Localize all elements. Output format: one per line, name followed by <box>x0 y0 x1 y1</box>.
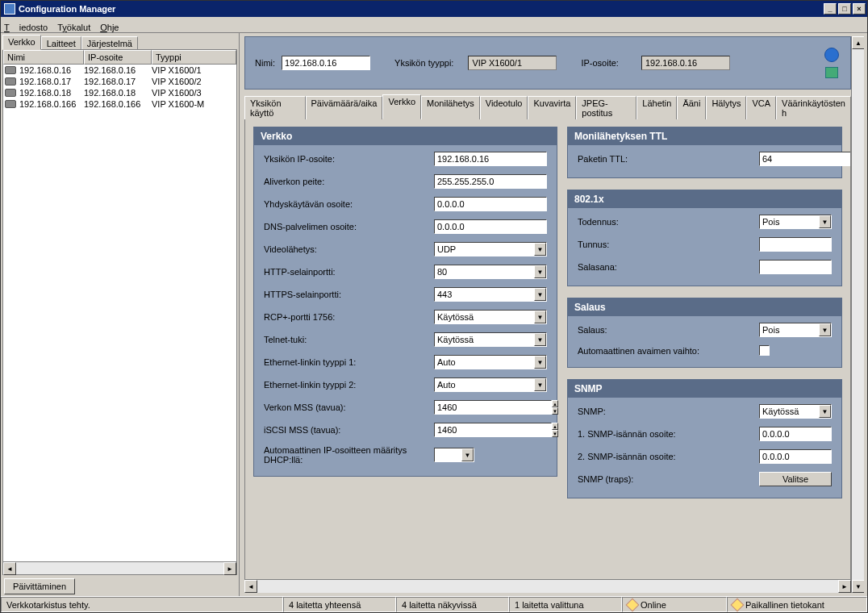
menu-help[interactable]: Ohje <box>100 23 119 32</box>
sel-snmp[interactable]: Käytössä▼ <box>759 404 832 419</box>
lbl-iscsi: iSCSI MSS (tavua): <box>264 425 434 435</box>
spin-iscsi[interactable]: ▲▼ <box>434 423 547 437</box>
list-item[interactable]: 192.168.0.16 192.168.0.16 VIP X1600/1 <box>3 65 236 76</box>
tab-multicast[interactable]: Monilähetys <box>421 96 480 119</box>
spin-ttl[interactable]: ▲▼ <box>759 152 832 166</box>
list-hscrollbar[interactable]: ◄ ► <box>3 561 236 574</box>
inp-id[interactable] <box>759 237 832 252</box>
chevron-down-icon: ▼ <box>819 405 831 418</box>
panel-snmp-title: SNMP <box>568 380 841 398</box>
list-item[interactable]: 192.168.0.18 192.168.0.18 VIP X1600/3 <box>3 87 236 98</box>
inp-snmp-host2[interactable] <box>759 449 832 464</box>
status-selected: 1 laitetta valittuna <box>509 597 622 612</box>
device-icon <box>5 66 16 74</box>
scroll-right-icon[interactable]: ► <box>838 580 851 593</box>
ltab-devices[interactable]: Laitteet <box>41 36 81 50</box>
close-button[interactable]: × <box>853 3 866 15</box>
lbl-dhcp: Automaattinen IP-osoitteen määritys DHCP… <box>264 445 434 465</box>
sel-http[interactable]: 80▼ <box>434 265 547 279</box>
inp-unit-ip[interactable] <box>434 152 547 166</box>
hdr-name-label: Nimi: <box>255 58 275 68</box>
panel-network: Verkko Yksikön IP-osoite: Aliverkon peit… <box>253 127 557 477</box>
left-tabs: Verkko Laitteet Järjestelmä <box>2 35 237 50</box>
hdr-name-input[interactable] <box>282 56 370 70</box>
scroll-left-icon[interactable]: ◄ <box>244 580 257 593</box>
col-name[interactable]: Nimi <box>3 50 84 65</box>
tab-network[interactable]: Verkko <box>382 94 421 119</box>
spin-up-icon[interactable]: ▲ <box>552 400 558 407</box>
menu-tools[interactable]: Työkalut <box>57 23 90 32</box>
sel-eth1[interactable]: Auto▼ <box>434 355 547 369</box>
tab-jpeg[interactable]: JPEG-postitus <box>576 96 636 119</box>
lbl-gateway: Yhdyskäytävän osoite: <box>264 199 434 209</box>
scroll-track[interactable] <box>257 580 838 593</box>
sel-telnet[interactable]: Käytössä▼ <box>434 332 547 347</box>
spin-down-icon[interactable]: ▼ <box>552 430 558 437</box>
lbl-snmp-host1: 1. SNMP-isännän osoite: <box>578 429 759 439</box>
panel-ttl-title: Monilähetyksen TTL <box>568 127 841 145</box>
minimize-button[interactable]: _ <box>824 3 837 15</box>
spin-down-icon[interactable]: ▼ <box>552 407 558 415</box>
scroll-up-icon[interactable]: ▲ <box>852 36 864 49</box>
lbl-http: HTTP-selainportti: <box>264 267 434 277</box>
app-window: Configuration Manager _ □ × Tiedosto Työ… <box>0 0 868 613</box>
sel-auth[interactable]: Pois▼ <box>759 215 832 229</box>
inp-snmp-host1[interactable] <box>759 427 832 441</box>
sel-videotx[interactable]: UDP▼ <box>434 242 547 256</box>
list-item[interactable]: 192.168.0.17 192.168.0.17 VIP X1600/2 <box>3 76 236 87</box>
sel-enc[interactable]: Pois▼ <box>759 323 832 337</box>
inp-pwd[interactable] <box>759 260 832 274</box>
spin-up-icon[interactable]: ▲ <box>552 423 558 430</box>
spin-mss[interactable]: ▲▼ <box>434 400 547 415</box>
panel-ttl: Monilähetyksen TTL Paketin TTL: ▲▼ <box>567 127 842 178</box>
tab-vca[interactable]: VCA <box>746 96 776 119</box>
device-header-box: Nimi: Yksikön tyyppi: VIP X1600/1 IP-oso… <box>244 36 851 90</box>
ltab-network[interactable]: Verkko <box>2 35 41 50</box>
tab-content: Verkko Yksikön IP-osoite: Aliverkon peit… <box>244 119 851 580</box>
col-type[interactable]: Tyyppi <box>152 50 236 65</box>
tab-tx[interactable]: Lähetin <box>636 96 677 119</box>
window-title: Configuration Manager <box>19 4 824 14</box>
lbl-subnet: Aliverkon peite: <box>264 177 434 186</box>
lbl-snmp-traps: SNMP (traps): <box>578 474 759 484</box>
maximize-button[interactable]: □ <box>838 3 851 15</box>
inp-dns[interactable] <box>434 219 547 234</box>
inp-gateway[interactable] <box>434 197 547 211</box>
col-ip[interactable]: IP-osoite <box>84 50 152 65</box>
config-tabs: Yksikön käyttö Päivämäärä/aika Verkko Mo… <box>244 94 851 119</box>
hdr-type-value: VIP X1600/1 <box>468 56 557 70</box>
menu-file[interactable]: Tiedosto <box>4 23 48 32</box>
info-icon[interactable] <box>824 48 839 62</box>
status-scan: Verkkotarkistus tehty. <box>1 597 283 612</box>
save-icon[interactable] <box>825 67 838 78</box>
lbl-https: HTTPS-selainportti: <box>264 290 434 299</box>
scroll-left-icon[interactable]: ◄ <box>3 562 16 575</box>
chk-autokey[interactable] <box>759 345 770 356</box>
tab-alarm[interactable]: Hälytys <box>706 96 746 119</box>
list-item[interactable]: 192.168.0.166 192.168.0.166 VIP X1600-M <box>3 98 236 110</box>
tab-stream[interactable]: Kuvavirta <box>528 96 576 119</box>
chevron-down-icon: ▼ <box>534 265 546 278</box>
refresh-button[interactable]: Päivittäminen <box>4 578 75 594</box>
scroll-right-icon[interactable]: ► <box>223 562 236 575</box>
panel-8021x-title: 802.1x <box>568 190 841 208</box>
sel-dhcp[interactable]: ▼ <box>434 448 474 462</box>
chevron-down-icon: ▼ <box>461 448 474 461</box>
tab-usage[interactable]: Yksikön käyttö <box>244 96 306 119</box>
scroll-down-icon[interactable]: ▼ <box>852 580 864 593</box>
sel-https[interactable]: 443▼ <box>434 287 547 302</box>
tab-videoin[interactable]: Videotulo <box>480 96 528 119</box>
scroll-track[interactable] <box>852 49 864 580</box>
sel-eth2[interactable]: Auto▼ <box>434 377 547 392</box>
ltab-system[interactable]: Järjestelmä <box>81 36 138 50</box>
scroll-track[interactable] <box>16 562 223 574</box>
tab-datetime[interactable]: Päivämäärä/aika <box>306 96 383 119</box>
title-bar: Configuration Manager _ □ × <box>1 1 867 17</box>
tab-audio[interactable]: Ääni <box>677 96 706 119</box>
right-hscrollbar[interactable]: ◄ ► <box>244 580 851 593</box>
tab-misuse[interactable]: Väärinkäytösten h <box>776 96 851 119</box>
sel-rcp[interactable]: Käytössä▼ <box>434 310 547 324</box>
inp-subnet[interactable] <box>434 174 547 189</box>
btn-snmp-traps[interactable]: Valitse <box>759 472 832 486</box>
right-vscrollbar[interactable]: ▲ ▼ <box>851 36 864 593</box>
